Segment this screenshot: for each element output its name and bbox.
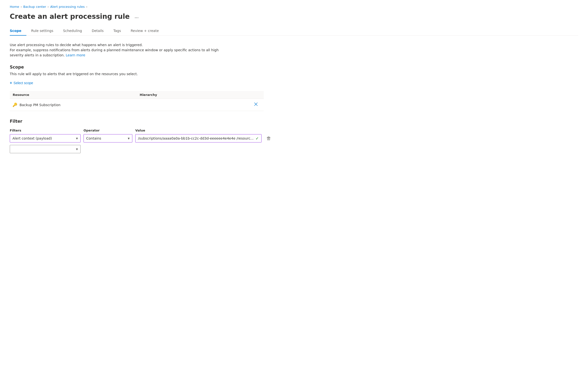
select-scope-label: Select scope xyxy=(13,81,33,85)
operator-value: Contains xyxy=(86,136,101,140)
hierarchy-column-header: Hierarchy xyxy=(137,91,249,99)
svg-rect-1 xyxy=(268,137,269,137)
filter-section-title: Filter xyxy=(10,119,578,124)
delete-resource-button[interactable] xyxy=(252,101,260,108)
trash-icon xyxy=(266,136,271,140)
chevron-down-icon: ▼ xyxy=(76,148,78,151)
subscription-icon: 🔑 xyxy=(13,103,17,107)
tab-tags[interactable]: Tags xyxy=(108,26,126,36)
description-line2: For example, suppress notifications from… xyxy=(10,48,220,58)
tab-scope[interactable]: Scope xyxy=(10,26,26,36)
breadcrumb-backup-center[interactable]: Backup center xyxy=(23,5,46,9)
filter-row-empty: ▼ xyxy=(10,145,264,153)
chevron-down-icon: ▼ xyxy=(76,137,78,140)
tab-rule-settings[interactable]: Rule settings xyxy=(26,26,58,36)
scope-section-title: Scope xyxy=(10,65,578,70)
chevron-down-icon: ▼ xyxy=(128,137,130,140)
close-icon xyxy=(254,102,258,106)
tab-details[interactable]: Details xyxy=(87,26,109,36)
scope-section: Scope This rule will apply to alerts tha… xyxy=(10,65,578,111)
empty-filter-dropdown[interactable]: ▼ xyxy=(10,145,81,153)
table-row: 🔑 Backup PM Subscription xyxy=(10,99,264,111)
breadcrumb-alert-processing-rules[interactable]: Alert processing rules xyxy=(50,5,85,9)
resource-name: Backup PM Subscription xyxy=(20,103,61,107)
breadcrumb-home[interactable]: Home xyxy=(10,5,19,9)
learn-more-link[interactable]: Learn more xyxy=(66,53,85,57)
ellipsis-button[interactable]: ... xyxy=(133,13,141,20)
resource-cell: 🔑 Backup PM Subscription xyxy=(13,103,134,107)
select-scope-button[interactable]: + Select scope xyxy=(10,80,33,86)
filter-dropdown[interactable]: Alert context (payload) ▼ xyxy=(10,134,81,142)
filter-row-1: Alert context (payload) ▼ Contains ▼ /su… xyxy=(10,134,264,142)
plus-icon: + xyxy=(10,81,12,85)
filter-value: Alert context (payload) xyxy=(12,136,52,140)
breadcrumb: Home › Backup center › Alert processing … xyxy=(10,5,578,9)
value-input[interactable]: /subscriptions/aaaa0a0a-bb1b-cc2c-dd3d-e… xyxy=(135,134,262,142)
page-title-row: Create an alert processing rule ... xyxy=(10,12,578,20)
checkmark-icon: ✓ xyxy=(255,136,259,141)
page-title: Create an alert processing rule xyxy=(10,12,130,20)
operator-column-header: Operator xyxy=(84,129,132,132)
filter-table-header: Filters Operator Value xyxy=(10,129,264,134)
tab-review-create[interactable]: Review + create xyxy=(126,26,164,36)
value-text: /subscriptions/aaaa0a0a-bb1b-cc2c-dd3d-e… xyxy=(138,136,253,140)
resource-column-header: Resource xyxy=(10,91,137,99)
operator-dropdown[interactable]: Contains ▼ xyxy=(84,134,132,142)
description-line1: Use alert processing rules to decide wha… xyxy=(10,42,220,48)
scope-section-subtitle: This rule will apply to alerts that are … xyxy=(10,72,578,76)
filters-column-header: Filters xyxy=(10,129,81,132)
delete-filter-button[interactable] xyxy=(264,135,273,141)
scope-table: Resource Hierarchy 🔑 Backup PM Subscript… xyxy=(10,91,264,111)
tab-scheduling[interactable]: Scheduling xyxy=(58,26,87,36)
tabs-container: Scope Rule settings Scheduling Details T… xyxy=(10,26,578,36)
hierarchy-cell xyxy=(137,99,249,111)
description-box: Use alert processing rules to decide wha… xyxy=(10,42,220,58)
filter-section: Filter Filters Operator Value Alert cont… xyxy=(10,119,578,153)
value-column-header: Value xyxy=(135,129,264,132)
